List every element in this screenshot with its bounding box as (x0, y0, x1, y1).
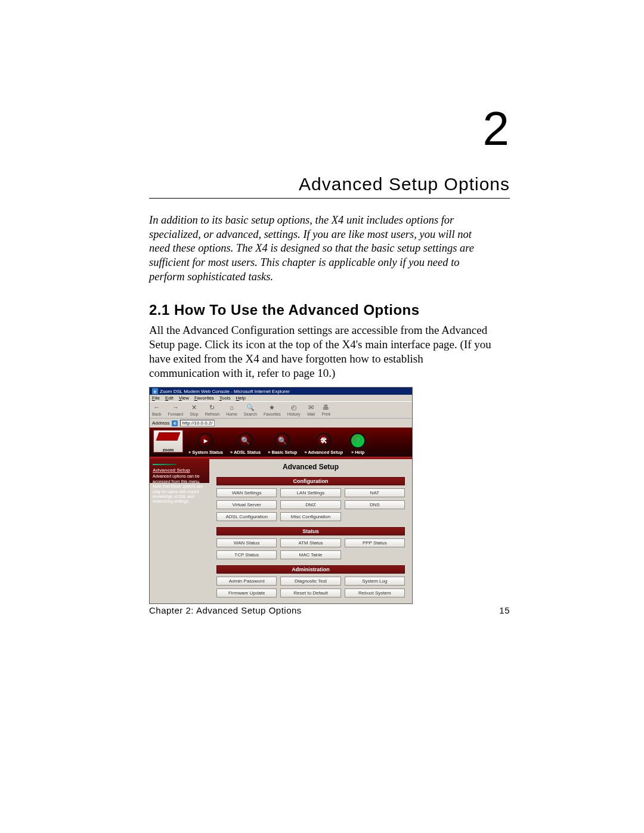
atm-status-button[interactable]: ATM Status (280, 538, 340, 547)
section-body: All the Advanced Configuration settings … (149, 323, 492, 380)
group-header: Administration (216, 565, 405, 574)
nav-icon: 🔍 (275, 433, 290, 448)
mac-table-button[interactable]: MAC Table (280, 550, 340, 559)
toolbar-forward-button[interactable]: →Forward (168, 403, 184, 416)
page-footer: Chapter 2: Advanced Setup Options 15 (149, 605, 510, 615)
content-area: Advanced Setup Advanced options can be a… (150, 459, 412, 603)
toolbar-print-button[interactable]: 🖶Print (322, 403, 330, 416)
toolbar-stop-button[interactable]: ✕Stop (190, 403, 198, 416)
button-row: WAN SettingsLAN SettingsNAT (216, 488, 405, 497)
lan-settings-button[interactable]: LAN Settings (280, 488, 340, 497)
footer-page-number: 15 (499, 605, 510, 615)
ie-title-bar: e Zoom DSL Modem Web Console - Microsoft… (150, 388, 412, 395)
menu-item[interactable]: File (152, 395, 160, 401)
toolbar-mail-button[interactable]: ✉Mail (307, 403, 315, 416)
reboot-system-button[interactable]: Reboot System (345, 589, 405, 597)
ie-logo-icon: e (172, 420, 178, 426)
chapter-title: Advanced Setup Options (149, 174, 510, 199)
nav-icon: ▸ (198, 433, 213, 448)
button-row: WAN StatusATM StatusPPP Status (216, 538, 405, 547)
ie-menu-bar: FileEditViewFavoritesToolsHelp (150, 395, 412, 401)
ie-toolbar: ←Back→Forward✕Stop↻Refresh⌂Home🔍Search★F… (150, 401, 412, 418)
dmz-button[interactable]: DMZ (280, 500, 340, 509)
system-log-button[interactable]: System Log (345, 577, 405, 586)
group-header: Status (216, 527, 405, 535)
address-label: Address (152, 420, 169, 426)
accent-line (153, 464, 177, 465)
embedded-screenshot: e Zoom DSL Modem Web Console - Microsoft… (149, 387, 413, 604)
nav---basic-setup[interactable]: 🔍» Basic Setup (266, 433, 299, 455)
nav---advanced-setup[interactable]: 🛠» Advanced Setup (302, 433, 345, 455)
toolbar-favorites-button[interactable]: ★Favorites (264, 403, 281, 416)
nav---help[interactable]: ?» Help (348, 433, 367, 455)
toolbar-refresh-button[interactable]: ↻Refresh (205, 403, 220, 416)
dns-button[interactable]: DNS (345, 500, 405, 509)
reset-to-default-button[interactable]: Reset to Default (280, 589, 340, 597)
menu-item[interactable]: Tools (219, 395, 231, 401)
tcp-status-button[interactable]: TCP Status (216, 550, 277, 559)
button-row: ADSL ConfigurationMisc Configuration (216, 512, 405, 521)
ppp-status-button[interactable]: PPP Status (345, 538, 405, 547)
virtual-server-button[interactable]: Virtual Server (216, 500, 277, 509)
sidebar-text: Advanced options can be accessed from th… (153, 474, 206, 504)
admin-password-button[interactable]: Admin Password (216, 577, 277, 586)
ie-logo-icon: e (152, 388, 158, 394)
nat-button[interactable]: NAT (345, 488, 405, 497)
panel-title: Advanced Setup (216, 463, 405, 471)
forward-icon: → (171, 403, 179, 411)
nav-icon: 🔍 (238, 433, 253, 448)
menu-item[interactable]: Favorites (194, 395, 214, 401)
history-icon: ◴ (290, 403, 298, 411)
footer-chapter: Chapter 2: Advanced Setup Options (149, 605, 302, 615)
toolbar-search-button[interactable]: 🔍Search (244, 403, 257, 416)
adsl-configuration-button[interactable]: ADSL Configuration (216, 512, 277, 521)
refresh-icon: ↻ (208, 403, 216, 411)
section-heading: 2.1 How To Use the Advanced Options (149, 302, 510, 318)
menu-item[interactable]: Edit (165, 395, 174, 401)
window-title: Zoom DSL Modem Web Console - Microsoft I… (160, 389, 290, 394)
mail-icon: ✉ (307, 403, 315, 411)
wan-settings-button[interactable]: WAN Settings (216, 488, 277, 497)
wan-status-button[interactable]: WAN Status (216, 538, 277, 547)
stop-icon: ✕ (190, 403, 198, 411)
top-nav: zoom ▸» System Status🔍» ADSL Status🔍» Ba… (150, 428, 412, 457)
favorites-icon: ★ (268, 403, 276, 411)
button-row: Admin PasswordDiagnostic TestSystem Log (216, 577, 405, 586)
address-field[interactable]: http://10.0.0.2/ (180, 420, 214, 426)
group-header: Configuration (216, 477, 405, 485)
main-panel: Advanced Setup ConfigurationWAN Settings… (209, 459, 412, 603)
toolbar-back-button[interactable]: ←Back (152, 403, 162, 416)
print-icon: 🖶 (322, 403, 330, 411)
back-icon: ← (153, 403, 161, 411)
toolbar-home-button[interactable]: ⌂Home (226, 403, 237, 416)
document-page: 2 Advanced Setup Options In addition to … (0, 0, 644, 833)
chapter-intro: In addition to its basic setup options, … (149, 213, 474, 284)
sidebar-title: Advanced Setup (153, 467, 206, 473)
zoom-logo: zoom (153, 430, 183, 453)
button-row: Firmware UpdateReset to DefaultReboot Sy… (216, 589, 405, 597)
menu-item[interactable]: View (179, 395, 189, 401)
sidebar: Advanced Setup Advanced options can be a… (150, 459, 209, 603)
toolbar-history-button[interactable]: ◴History (287, 403, 301, 416)
diagnostic-test-button[interactable]: Diagnostic Test (280, 577, 340, 586)
menu-item[interactable]: Help (236, 395, 246, 401)
home-icon: ⌂ (228, 403, 236, 411)
modem-web-console: zoom ▸» System Status🔍» ADSL Status🔍» Ba… (150, 428, 412, 603)
button-row: TCP StatusMAC Table (216, 550, 405, 559)
misc-configuration-button[interactable]: Misc Configuration (280, 512, 340, 521)
nav---system-status[interactable]: ▸» System Status (187, 433, 225, 455)
nav-icon: 🛠 (316, 433, 332, 448)
firmware-update-button[interactable]: Firmware Update (216, 589, 277, 597)
nav-icon: ? (350, 433, 366, 448)
button-row: Virtual ServerDMZDNS (216, 500, 405, 509)
search-icon: 🔍 (246, 403, 255, 411)
nav---adsl-status[interactable]: 🔍» ADSL Status (228, 433, 262, 455)
ie-address-bar: Address e http://10.0.0.2/ (150, 418, 412, 428)
chapter-number: 2 (149, 101, 510, 156)
